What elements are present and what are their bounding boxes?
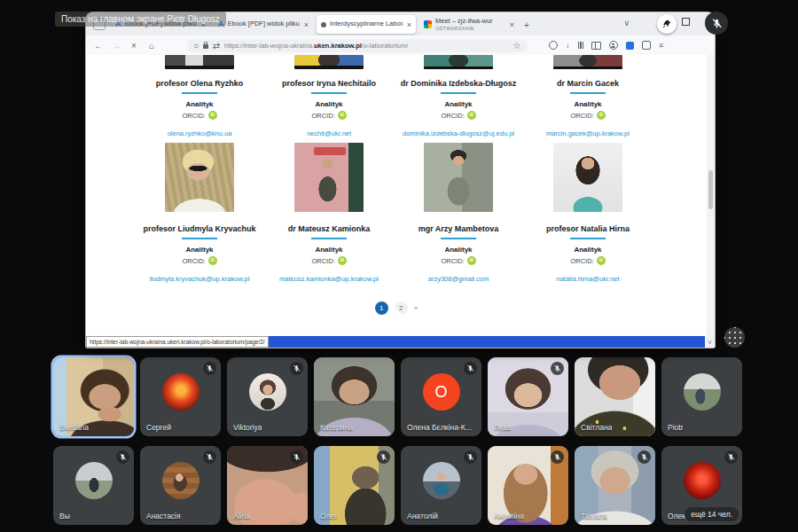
scroll-down-arrow[interactable]: ∨ [705, 336, 715, 348]
orcid-label: ORCID: [441, 112, 464, 120]
browser-tab[interactable]: Meet – zjz-ifwa-wurODTWARZANIE × [419, 15, 519, 34]
browser-tab[interactable]: Interdyscyplinarne Laboratoriu × [317, 15, 416, 34]
profile-photo [165, 143, 234, 212]
profile-role: Analityk [523, 100, 653, 108]
participant-tile[interactable]: Alina [227, 446, 308, 525]
profile-card: profesor Iryna Nechitailo Analityk ORCID… [264, 55, 394, 137]
sidebar-icon[interactable] [591, 42, 601, 50]
list-tabs-button[interactable]: ∨ [623, 19, 630, 27]
lock-icon[interactable] [203, 44, 208, 49]
profile-email-link[interactable]: nechit@ukr.net [264, 129, 394, 137]
orcid-row: ORCID: iD [394, 111, 523, 120]
participant-name: Вы [59, 512, 70, 520]
mic-off-icon [116, 450, 129, 464]
home-button[interactable]: ⌂ [146, 41, 157, 51]
participant-tile[interactable]: Ангеліна [488, 446, 568, 525]
profile-role: Analityk [135, 100, 264, 108]
page-content: profesor Olena Ryzhko Analityk ORCID: iD… [86, 55, 707, 336]
orcid-icon[interactable]: iD [338, 111, 347, 120]
profile-email-link[interactable]: olena.ryzhko@knu.ua [135, 129, 264, 137]
orcid-row: ORCID: iD [523, 111, 653, 120]
participant-tile[interactable]: Анастасія [140, 446, 221, 525]
participant-tile[interactable]: Лиза [488, 357, 568, 436]
participant-tile[interactable]: Олек ещё 14 чел. [661, 446, 742, 525]
scrollbar-thumb[interactable] [708, 170, 714, 209]
extension-blue-icon[interactable] [626, 42, 634, 50]
mic-off-icon [290, 362, 303, 375]
profile-email-link[interactable]: arzy308@gmail.com [394, 275, 523, 283]
bookmark-star-icon[interactable]: ☆ [512, 41, 522, 51]
next-pages-button[interactable]: » [414, 304, 418, 312]
orcid-label: ORCID: [570, 257, 593, 265]
grid-dots-button[interactable] [724, 327, 745, 348]
tab-favicon [424, 20, 432, 28]
menu-icon[interactable]: ≡ [659, 41, 663, 50]
page-1-button[interactable]: 1 [375, 301, 388, 315]
back-button[interactable]: ← [93, 41, 104, 51]
orcid-row: ORCID: iD [264, 111, 394, 120]
profile-role: Analityk [394, 246, 523, 254]
orcid-icon[interactable]: iD [208, 256, 217, 265]
participant-name: Олек [668, 512, 685, 520]
tab-favicon [321, 22, 326, 27]
pocket-icon[interactable] [549, 41, 558, 50]
swap-icon[interactable]: ⇄ [212, 41, 221, 51]
participant-name: Svetlana [59, 423, 89, 432]
participant-tile[interactable]: Viktoriya [227, 357, 308, 436]
forward-button[interactable]: → [111, 41, 121, 51]
profile-email-link[interactable]: marcin.gacek@up.krakow.pl [523, 129, 653, 137]
profile-email-link[interactable]: mateusz.kamionka@up.krakow.pl [264, 275, 394, 283]
orcid-row: ORCID: iD [523, 256, 653, 265]
participant-tile[interactable]: Сергей [140, 357, 221, 436]
participant-avatar [684, 462, 721, 499]
participant-tile[interactable]: О Олена Бєлкіна-К... [401, 357, 481, 436]
downloads-icon[interactable]: ↓ [566, 41, 570, 50]
profile-role: Analityk [264, 246, 394, 254]
participant-tile[interactable]: Piotr [661, 357, 742, 436]
presentation-mic-off-button[interactable] [705, 12, 728, 35]
library-icon[interactable] [578, 42, 584, 49]
orcid-icon[interactable]: iD [467, 111, 476, 120]
orcid-icon[interactable]: iD [467, 256, 476, 265]
permissions-icon[interactable]: ○ [192, 41, 200, 51]
participant-tile[interactable]: Анатолій [401, 446, 481, 525]
more-participants-badge[interactable]: ещё 14 чел. [685, 507, 739, 521]
pin-button[interactable] [657, 14, 677, 34]
address-bar[interactable]: ○ ⇄ https://inter-lab-wojna-ukraina.uken… [187, 39, 528, 52]
browser-tab[interactable]: A Ebook [PDF] widok pliku Ucho × [214, 15, 313, 34]
tab-close-icon[interactable]: × [407, 20, 411, 29]
participant-tile[interactable]: Вы [53, 446, 134, 525]
mic-off-icon [464, 362, 477, 375]
profile-role: Analityk [394, 100, 523, 108]
tab-close-icon[interactable]: × [304, 20, 309, 29]
browser-toolbar: ← → × ⌂ ○ ⇄ https://inter-lab-wojna-ukra… [86, 35, 715, 56]
profile-email-link[interactable]: dominika.izdebska-dlugosz@uj.edu.pl [394, 129, 523, 137]
extension-icon[interactable] [642, 41, 651, 50]
new-tab-button[interactable]: + [524, 20, 529, 30]
orcid-icon[interactable]: iD [597, 256, 606, 265]
participant-tile[interactable]: Tatyana [575, 446, 655, 525]
orcid-label: ORCID: [182, 257, 205, 265]
maximize-button[interactable] [682, 18, 690, 26]
profile-email-link[interactable]: natalia.hirna@ukr.net [523, 275, 653, 283]
profile-card: dr Dominika Izdebska-Długosz Analityk OR… [394, 55, 523, 137]
profile-name: profesor Liudmyla Kryvachuk [135, 224, 264, 233]
account-icon[interactable] [609, 41, 618, 50]
participant-tile[interactable]: Svetlana [53, 357, 134, 436]
orcid-label: ORCID: [441, 257, 464, 265]
participant-name: Tatyana [581, 512, 607, 520]
profile-email-link[interactable]: liudmyla.kryvachuk@up.krakow.pl [135, 275, 264, 283]
participant-name: Анатолій [407, 512, 438, 520]
browser-window: A Ebook [PDF] widok pliku Sém × A Ebook … [86, 12, 715, 348]
orcid-icon[interactable]: iD [338, 256, 347, 265]
participant-tile[interactable]: Олег [314, 446, 395, 525]
participant-tile[interactable]: Катерина [314, 357, 395, 436]
stop-button[interactable]: × [129, 41, 139, 51]
orcid-icon[interactable]: iD [208, 111, 217, 120]
orcid-icon[interactable]: iD [597, 111, 606, 120]
tab-close-icon[interactable]: × [510, 20, 514, 29]
profile-name: profesor Olena Ryzhko [135, 79, 264, 88]
profile-name: dr Dominika Izdebska-Długosz [394, 79, 523, 88]
vertical-scrollbar[interactable] [707, 55, 715, 336]
participant-tile[interactable]: Світлана [575, 357, 655, 436]
